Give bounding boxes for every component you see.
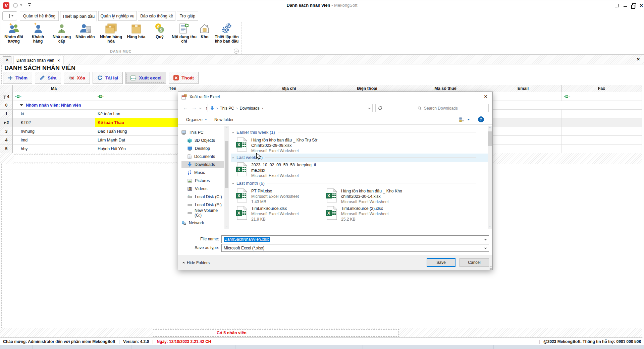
ribbon-tab-bao-cao[interactable]: Báo cáo thống kê [138, 11, 175, 21]
help-icon[interactable]: ? [478, 116, 484, 122]
list-item-file[interactable]: TimLinkSource.xlsx Microsoft Excel Works… [251, 206, 331, 222]
scrollbar-thumb[interactable] [225, 141, 228, 188]
address-bar[interactable]: › This PC › Downloads › [208, 104, 373, 112]
sidebar-item-3d-objects[interactable]: 3D Objects [181, 137, 224, 144]
ribbon-tab-quan-ly[interactable]: Quản lý nghiệp vụ [98, 11, 137, 21]
ribbon-item-kho[interactable]: Kho [198, 22, 212, 53]
address-dropdown-chevron-icon[interactable] [368, 107, 371, 109]
column-header-email[interactable]: Email [485, 85, 561, 92]
column-header-ten[interactable]: Tên [95, 85, 250, 92]
scrollbar-thumb[interactable] [488, 131, 492, 146]
sidebar-item-local-disk-e[interactable]: Local Disk (E:) [181, 201, 224, 209]
sidebar-item-new-volume-g[interactable]: New Volume (G:) [181, 209, 224, 217]
organize-button[interactable]: Organize [186, 117, 207, 122]
file-group-header-last-week[interactable]: Last week (1) [232, 154, 476, 161]
view-dropdown-chevron-icon[interactable] [468, 119, 470, 121]
sidebar-item-local-disk-c[interactable]: Local Disk (C:) [181, 193, 224, 200]
sidebar-item-desktop[interactable]: Desktop [181, 145, 224, 152]
list-item-file[interactable]: TimLinkSource (2).xlsx Microsoft Excel W… [341, 206, 421, 222]
column-header-dia-chi[interactable]: Địa chỉ [250, 85, 328, 92]
file-name-input[interactable]: DanhSachNhanVien.xlsx [221, 235, 489, 243]
ribbon-tab-thiet-lap[interactable]: Thiết lập ban đầu [60, 11, 97, 21]
cancel-button[interactable]: Cancel [460, 258, 489, 267]
tab-close-icon[interactable]: ✕ [57, 59, 60, 62]
thoat-button[interactable]: Thoát [169, 72, 199, 84]
recent-locations-chevron-icon[interactable] [199, 107, 202, 109]
sidebar-item-videos[interactable]: Videos [181, 185, 224, 192]
cell-fax[interactable] [561, 136, 642, 144]
save-as-type-select[interactable]: Microsoft Excel (*.xlsx) [221, 244, 489, 252]
scroll-up-icon[interactable]: ⌃ [488, 127, 491, 130]
sidebar-item-this-pc[interactable]: This PC [181, 129, 224, 136]
collapse-triangle-icon[interactable] [20, 104, 23, 106]
sidebar-item-pictures[interactable]: Pictures [181, 177, 224, 184]
ribbon-item-hang-hoa[interactable]: Hàng hóa [125, 22, 147, 53]
cell-fax[interactable] [561, 118, 642, 127]
cell-fax[interactable] [561, 144, 642, 153]
minimize-button[interactable] [623, 3, 628, 8]
column-header-ma-so-thue[interactable]: Mã số thuế [406, 85, 485, 92]
file-list-scrollbar[interactable]: ⌃ ⌄ [488, 126, 492, 229]
cell-ma[interactable]: nvhung [13, 127, 95, 136]
new-folder-button[interactable]: New folder [214, 117, 233, 122]
breadcrumb-this-pc[interactable]: This PC [220, 106, 234, 111]
xoa-button[interactable]: Xóa [64, 72, 90, 84]
ribbon-item-nhom-doi-tuong[interactable]: Nhóm đối tượng [1, 22, 26, 53]
document-tab-danh-sach-nhan-vien[interactable]: Danh sách nhân viên ✕ [13, 56, 63, 64]
ribbon-item-khach-hang[interactable]: Khách hàng [27, 22, 49, 53]
filter-cell-fax[interactable]: aBc [561, 92, 642, 101]
search-box[interactable] [415, 104, 489, 112]
ribbon-item-noi-dung-thu-chi[interactable]: Nội dung thu chi [171, 22, 197, 53]
sua-button[interactable]: Sửa [35, 72, 61, 84]
restore-button[interactable] [631, 3, 636, 8]
ribbon-item-quy[interactable]: € $ Quỹ [149, 22, 170, 53]
fullscreen-button[interactable] [614, 3, 619, 8]
cell-ma[interactable]: lmd [13, 136, 95, 144]
forward-arrow-icon[interactable]: → [192, 105, 197, 111]
cell-email[interactable] [485, 110, 561, 118]
them-button[interactable]: Thêm [3, 72, 32, 84]
column-header-dien-thoai[interactable]: Điện thoại [328, 85, 406, 92]
sidebar-scrollbar[interactable]: ⌃ ⌄ [224, 126, 229, 229]
cell-fax[interactable] [561, 127, 642, 136]
chevron-down-icon[interactable] [484, 247, 487, 249]
filter-cell-ma[interactable]: aBc [13, 92, 95, 101]
save-button[interactable]: Save [427, 258, 455, 267]
back-arrow-icon[interactable]: ← [183, 105, 188, 111]
close-tab-strip-icon[interactable]: ✕ [637, 57, 640, 62]
list-item-file[interactable]: Hàng tồn kho ban đầu _ Kho Trụ Sở Chính2… [251, 137, 331, 154]
hide-folders-button[interactable]: Hide Folders [183, 260, 210, 265]
ribbon-item-nha-cung-cap[interactable]: Nhà cung cấp [50, 22, 73, 53]
close-all-tabs-button[interactable]: ✕ [3, 56, 11, 63]
ribbon-tab-quan-tri[interactable]: Quản trị hệ thống [20, 11, 59, 21]
cell-ma[interactable]: KT02 [13, 118, 95, 127]
scroll-down-icon[interactable]: ⌄ [488, 225, 491, 228]
column-header-ma[interactable]: Mã [13, 85, 95, 92]
view-options-button[interactable] [459, 117, 465, 123]
cell-ma[interactable]: hhy [13, 144, 95, 153]
ribbon-collapse-button[interactable] [234, 49, 239, 54]
dialog-close-icon[interactable]: ✕ [484, 94, 488, 99]
ribbon-item-nhan-vien[interactable]: Nhân viên [73, 22, 97, 53]
ribbon-tab-tro-giup[interactable]: Trợ giúp [177, 11, 198, 21]
file-group-header-last-month[interactable]: Last month (6) [232, 180, 476, 186]
close-button[interactable]: ✕ [639, 3, 644, 8]
ribbon-item-thiet-lap-ton-kho[interactable]: Thiết lập tồn kho ban đầu [212, 22, 241, 53]
breadcrumb-downloads[interactable]: Downloads [239, 106, 259, 111]
cell-email[interactable] [485, 144, 561, 153]
cell-email[interactable] [485, 136, 561, 144]
column-header-fax[interactable]: Fax [561, 85, 642, 92]
sidebar-item-music[interactable]: Music [181, 169, 224, 176]
ribbon-item-nhom-hang-hoa[interactable]: Nhóm hàng hóa [98, 22, 124, 53]
sidebar-item-documents[interactable]: Documents [181, 153, 224, 160]
scroll-up-icon[interactable]: ⌃ [225, 127, 228, 130]
file-group-header-earlier[interactable]: Earlier this week (1) [232, 129, 476, 135]
refresh-button[interactable] [375, 104, 385, 112]
app-menu-button[interactable] [2, 11, 17, 20]
sidebar-item-downloads[interactable]: Downloads [181, 161, 224, 168]
search-input[interactable] [424, 106, 481, 111]
cell-email[interactable] [485, 127, 561, 136]
filter-cell-email[interactable] [485, 92, 561, 101]
cell-ma[interactable]: kt [13, 110, 95, 118]
tai-lai-button[interactable]: Tải lại [93, 72, 123, 84]
